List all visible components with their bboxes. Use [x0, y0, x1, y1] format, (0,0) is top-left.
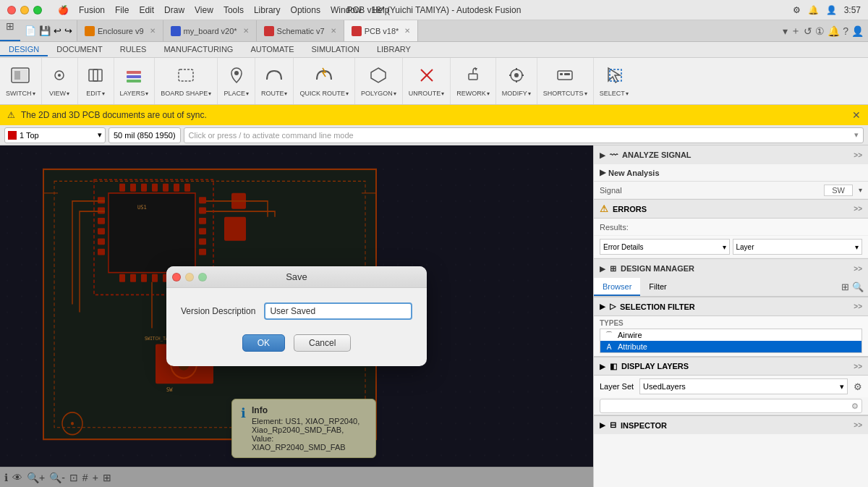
- tab-document[interactable]: DOCUMENT: [48, 43, 111, 56]
- tab-enclosure[interactable]: Enclosure v9 ✕: [77, 20, 163, 41]
- save-icon[interactable]: 💾: [39, 25, 51, 36]
- quick-route-tool[interactable]: QUICK ROUTE: [294, 58, 355, 104]
- design-manager-header[interactable]: ▶ ⊞ DESIGN MANAGER >>: [594, 259, 868, 278]
- tab-simulation[interactable]: SIMULATION: [303, 43, 368, 56]
- menu-help[interactable]: Help: [372, 5, 390, 15]
- types-item-attribute[interactable]: A Attribute: [600, 341, 861, 352]
- tab-add-icon[interactable]: ＋: [791, 25, 801, 38]
- edit-icon: [85, 65, 106, 88]
- layers-tool[interactable]: LAYERS: [114, 58, 156, 104]
- menu-library[interactable]: Library: [254, 5, 281, 15]
- menu-apple[interactable]: 🍎: [58, 5, 69, 15]
- minimize-button[interactable]: [20, 6, 29, 14]
- account-icon[interactable]: 👤: [851, 25, 864, 37]
- layer-selector[interactable]: 1 Top ▾: [4, 127, 106, 143]
- version-input[interactable]: User Saved: [264, 302, 412, 320]
- settings-icon[interactable]: ⚙: [793, 5, 801, 15]
- maximize-button[interactable]: [33, 6, 42, 14]
- redo-icon[interactable]: ↪: [64, 25, 72, 36]
- layer-select-dropdown[interactable]: Layer ▾: [733, 239, 863, 255]
- attribute-icon: A: [605, 342, 613, 351]
- menu-edit[interactable]: Edit: [139, 5, 154, 15]
- layer-set-dropdown-icon: ▾: [840, 382, 844, 391]
- error-details-select[interactable]: Error Details ▾: [600, 239, 730, 255]
- undo-icon[interactable]: ↩: [54, 25, 61, 36]
- bell-icon[interactable]: 🔔: [827, 25, 840, 37]
- menu-fusion[interactable]: Fusion: [79, 5, 105, 15]
- dialog-close-button[interactable]: [172, 273, 181, 281]
- rework-tool[interactable]: REWORK: [451, 58, 496, 104]
- open-icon[interactable]: 📄: [25, 25, 36, 36]
- help-icon[interactable]: ?: [843, 25, 848, 37]
- layer-search[interactable]: ⚙: [600, 399, 862, 413]
- dm-action-1[interactable]: ⊞: [841, 281, 849, 292]
- display-layers-header[interactable]: ▶ ◧ DISPLAY LAYERS >>: [594, 357, 868, 376]
- tab-manufacturing[interactable]: MANUFACTURING: [155, 43, 242, 56]
- notification-icon[interactable]: 🔔: [808, 5, 819, 15]
- insp-expand-icon[interactable]: >>: [854, 421, 862, 429]
- dl-expand-icon[interactable]: >>: [854, 363, 862, 370]
- tab-library[interactable]: LIBRARY: [368, 43, 420, 56]
- shortcuts-tool[interactable]: SHORTCUTS: [537, 58, 594, 104]
- errors-header[interactable]: ⚠ ERRORS >>: [594, 200, 868, 219]
- tab-design[interactable]: DESIGN: [0, 43, 48, 56]
- menu-draw[interactable]: Draw: [164, 5, 184, 15]
- refresh-icon[interactable]: ↺: [804, 25, 812, 37]
- board-shape-tool[interactable]: BOARD SHAPE: [155, 58, 218, 104]
- tab-schematic[interactable]: Schematic v7 ✕: [257, 20, 344, 41]
- dialog-maximize-button[interactable]: [198, 273, 207, 281]
- select-tool[interactable]: SELECT: [594, 58, 634, 104]
- command-input[interactable]: Click or press / to activate command lin…: [184, 127, 864, 143]
- dm-action-2[interactable]: 🔍: [852, 281, 864, 292]
- menu-options[interactable]: Options: [291, 5, 320, 15]
- dialog-minimize-button[interactable]: [185, 273, 194, 281]
- types-item-airwire[interactable]: ⌒ Airwire: [600, 329, 861, 341]
- tab-close-schematic[interactable]: ✕: [331, 27, 336, 35]
- sel-filter-expand[interactable]: >>: [854, 302, 862, 310]
- main-toolbar: SWITCH VIEW EDIT LAYERS: [0, 58, 868, 105]
- tab-pcb[interactable]: PCB v18* ✕: [344, 20, 419, 41]
- tab-myboard[interactable]: my_board v20* ✕: [163, 20, 257, 41]
- layer-set-select[interactable]: UsedLayers ▾: [639, 378, 848, 394]
- ok-button[interactable]: OK: [242, 334, 285, 352]
- switch-tool[interactable]: SWITCH: [0, 58, 42, 104]
- modify-tool[interactable]: MODIFY: [496, 58, 537, 104]
- selection-filter-header[interactable]: ▶ ▷ SELECTION FILTER >>: [594, 297, 868, 316]
- layer-set-gear-icon[interactable]: ⚙: [854, 381, 862, 392]
- time-display: 3:57: [844, 5, 861, 15]
- warning-close-button[interactable]: ✕: [852, 109, 861, 121]
- dm-tab-filter[interactable]: Filter: [640, 278, 675, 296]
- signal-row: Signal SW ▾: [594, 182, 868, 199]
- tab-overflow-icon[interactable]: ▾: [783, 25, 788, 37]
- signal-value[interactable]: SW: [824, 185, 853, 196]
- place-tool[interactable]: PLACE: [218, 58, 255, 104]
- menu-tools[interactable]: Tools: [224, 5, 244, 15]
- dm-expand-icon[interactable]: >>: [854, 265, 862, 273]
- view-tool[interactable]: VIEW: [42, 58, 78, 104]
- tab-close-myboard[interactable]: ✕: [243, 27, 249, 35]
- dm-tab-browser[interactable]: Browser: [594, 278, 640, 296]
- signal-dropdown-icon[interactable]: ▾: [859, 186, 862, 194]
- errors-expand-icon[interactable]: >>: [854, 205, 862, 213]
- tab-close-pcb[interactable]: ✕: [404, 27, 410, 35]
- close-button[interactable]: [7, 6, 16, 14]
- unroute-tool[interactable]: UNROUTE: [403, 58, 451, 104]
- controls-row: 1 Top ▾ 50 mil (850 1950) Click or press…: [0, 125, 868, 145]
- tab-rules[interactable]: RULES: [111, 43, 156, 56]
- menu-window[interactable]: Window: [331, 5, 362, 15]
- route-tool[interactable]: ROUTE: [255, 58, 294, 104]
- edit-tool[interactable]: EDIT: [78, 58, 114, 104]
- tab-apps[interactable]: ⊞: [0, 20, 20, 41]
- menu-file[interactable]: File: [115, 5, 129, 15]
- analyze-signal-header[interactable]: ▶ 〰 ANALYZE SIGNAL >>: [594, 145, 868, 164]
- mac-menu: 🍎 Fusion File Edit Draw View Tools Libra…: [58, 5, 389, 15]
- tab-automate[interactable]: AUTOMATE: [242, 43, 302, 56]
- account-icon[interactable]: 👤: [826, 5, 837, 15]
- analyze-expand-icon[interactable]: >>: [854, 151, 862, 159]
- canvas-area[interactable]: US1: [0, 145, 593, 487]
- polygon-tool[interactable]: POLYGON: [355, 58, 403, 104]
- tab-close-enclosure[interactable]: ✕: [150, 27, 156, 35]
- menu-view[interactable]: View: [195, 5, 213, 15]
- inspector-header[interactable]: ▶ ⊟ INSPECTOR >>: [594, 415, 868, 434]
- cancel-button[interactable]: Cancel: [294, 334, 351, 352]
